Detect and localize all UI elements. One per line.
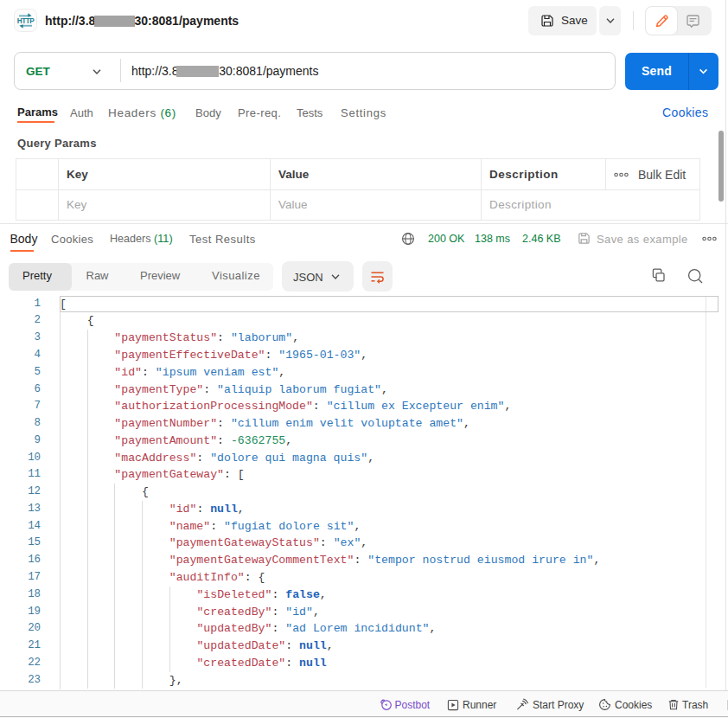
svg-text:HTTP: HTTP <box>17 17 35 25</box>
